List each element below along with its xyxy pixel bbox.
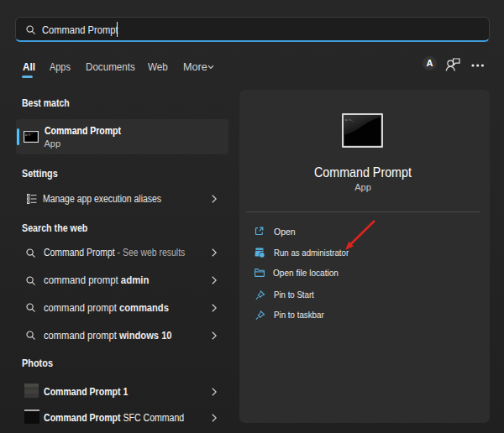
svg-text:C:\_: C:\_ — [345, 118, 354, 122]
svg-text:C:\: C:\ — [25, 133, 30, 137]
